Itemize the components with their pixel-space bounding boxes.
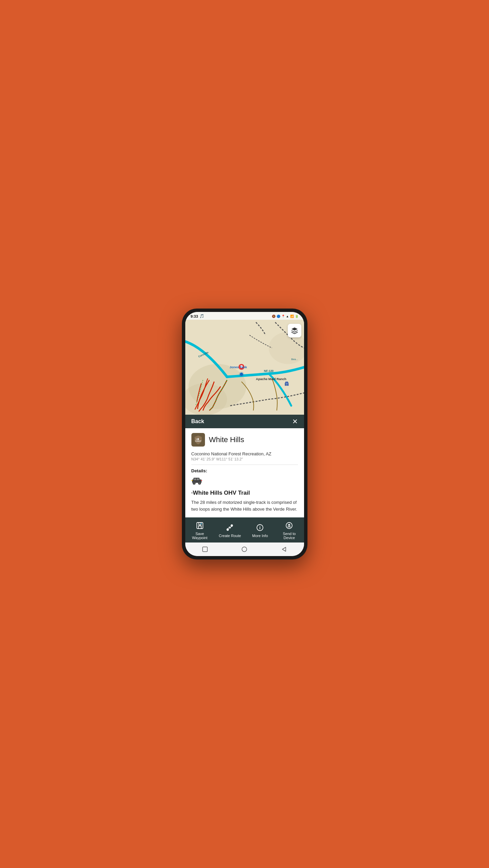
svg-rect-23 [194, 478, 196, 480]
status-bar: 9:33 🎵 🔕 🔵 📍 ▲ 📶 🔋 [185, 312, 304, 320]
poi-header: U.S. FOREST White Hills [191, 433, 298, 447]
svg-point-36 [227, 529, 228, 530]
svg-rect-24 [197, 478, 199, 480]
create-route-label: Create Route [219, 534, 241, 538]
android-nav-bar [185, 542, 304, 556]
back-nav-button[interactable] [280, 545, 288, 553]
svg-rect-30 [201, 480, 202, 481]
svg-rect-43 [203, 547, 207, 552]
home-button[interactable] [240, 545, 248, 553]
bluetooth-icon: 🔵 [277, 315, 280, 318]
layer-button[interactable] [288, 324, 301, 337]
battery-icon: 🔋 [295, 315, 299, 318]
map-svg: NF-120 Cornville [185, 320, 304, 415]
action-bar: Save Waypoint Create Route [185, 517, 304, 542]
sheet-header: Back ✕ [185, 415, 304, 428]
create-route-button[interactable]: Create Route [219, 523, 241, 538]
signal-icon: 📶 [290, 315, 294, 318]
svg-text:NF-120: NF-120 [264, 369, 274, 373]
more-info-icon [255, 523, 265, 532]
poi-name: White Hills [209, 435, 244, 444]
sheet-content: U.S. FOREST White Hills Coconino Nationa… [185, 428, 304, 517]
svg-text:Bea...: Bea... [291, 358, 298, 361]
svg-text:Jones Tank: Jones Tank [229, 365, 247, 369]
send-to-device-icon [284, 521, 294, 530]
svg-rect-29 [191, 480, 193, 481]
phone-screen: 9:33 🎵 🔕 🔵 📍 ▲ 📶 🔋 [185, 312, 304, 556]
trail-description: The 28 miles of motorized single-track i… [191, 499, 298, 512]
svg-point-27 [193, 482, 195, 484]
status-carrier-icon: 🎵 [200, 314, 204, 318]
location-icon: 📍 [281, 315, 285, 318]
phone-device: 9:33 🎵 🔕 🔵 📍 ▲ 📶 🔋 [182, 309, 307, 559]
svg-rect-20 [198, 439, 199, 440]
status-time: 9:33 [191, 314, 198, 318]
trail-title: ·White Hills OHV Trail [191, 490, 298, 496]
svg-point-15 [239, 372, 244, 377]
svg-point-28 [199, 482, 200, 484]
create-route-icon [225, 523, 234, 532]
svg-text:FOREST: FOREST [195, 440, 202, 442]
save-waypoint-icon [195, 521, 205, 530]
more-info-button[interactable]: More Info [250, 523, 270, 538]
wifi-icon: ▲ [286, 315, 289, 318]
svg-point-37 [231, 525, 232, 526]
map-area[interactable]: NF-120 Cornville [185, 320, 304, 415]
back-button[interactable]: Back [191, 418, 204, 425]
close-button[interactable]: ✕ [292, 418, 298, 425]
details-label: Details: [191, 468, 298, 473]
more-info-label: More Info [252, 534, 268, 538]
save-waypoint-button[interactable]: Save Waypoint [190, 521, 210, 540]
svg-marker-45 [282, 547, 286, 551]
save-waypoint-label: Save Waypoint [192, 532, 207, 540]
poi-location: Coconino National Forest Recreation, AZ [191, 451, 298, 456]
svg-text:Apache Maid Ranch: Apache Maid Ranch [256, 377, 286, 381]
poi-coords: N34° 41' 25.9" W111° 51' 13.2" [191, 457, 298, 465]
details-icons [191, 475, 298, 485]
svg-point-44 [242, 547, 247, 552]
usfs-badge: U.S. FOREST [191, 433, 205, 447]
vehicle-icon [191, 475, 202, 485]
recents-button[interactable] [201, 545, 209, 553]
silent-icon: 🔕 [272, 315, 276, 318]
send-to-device-label: Send to Device [283, 532, 296, 540]
send-to-device-button[interactable]: Send to Device [279, 521, 299, 540]
svg-rect-31 [197, 522, 203, 529]
